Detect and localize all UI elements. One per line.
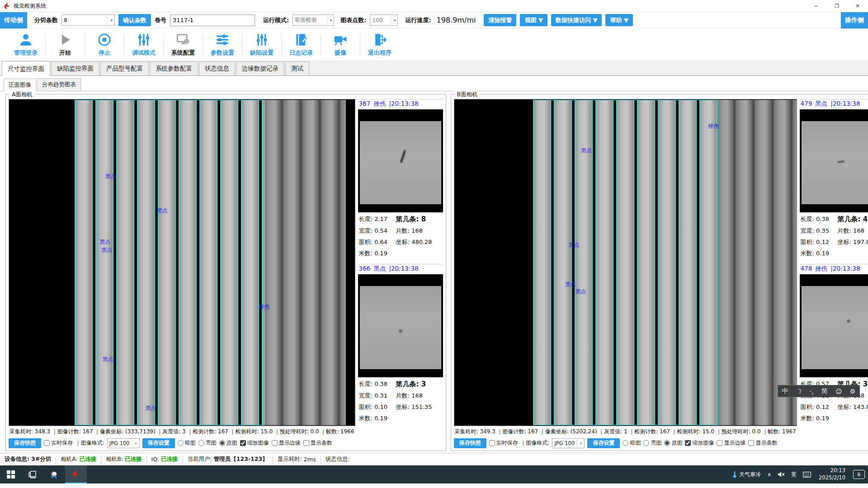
original-image-radio[interactable]: 原图 [219,439,237,447]
status-bar: 设备信息:3#分切 相机A:已连接 相机B:已连接 IO:已连接 当前用户:管理… [0,453,868,465]
dark-image-radio[interactable]: 暗图 [178,439,196,447]
sliders-v-icon [136,32,151,47]
camera-a-image[interactable]: 黑点黑点黑点黑点挫伤黑点黑点 [9,99,355,426]
save-snapshot-button[interactable]: 保存快照 [9,438,41,448]
subtab-1[interactable]: 分布趋势图表 [37,78,81,91]
defect-measurements: 长度: 0.57 第几条: 3 宽度: 0.21 片数: 168 面积: 0.1… [800,377,868,422]
weather-indicator[interactable]: 天气寒冷 [729,465,764,483]
save-settings-button[interactable]: 保存设置 [142,438,175,448]
defect-type: 黑点 [373,265,386,273]
defect-thumbnail [800,109,868,212]
close-button[interactable]: ✕ [847,0,868,12]
view-menu-button[interactable]: 视图 ▼ [520,14,547,26]
roll-number-input[interactable] [170,14,255,26]
action-center-button[interactable]: 6 [850,465,868,483]
io-status-label: IO: [151,456,160,463]
maximize-button[interactable]: ❐ [826,0,847,12]
data-quick-access-button[interactable]: 数据快捷访问 ▼ [551,14,602,26]
defect-overlay-label: 黑点 [568,241,579,249]
tray-expand-chevron[interactable]: ∧ [764,465,774,483]
tool-stop[interactable]: 停止 [85,32,124,57]
speed-label: 运行速度: [405,16,431,24]
subtab-0[interactable]: 正面图像 [4,79,36,91]
slit-count-dropdown[interactable]: 8 ▾ [61,14,115,26]
thermometer-icon [732,471,737,478]
defect-type: 挫伤 [815,265,827,273]
tool-monitor-gear[interactable]: 系统配置 [164,32,203,57]
user-icon [18,32,33,47]
tool-sliders-h[interactable]: 参数设置 [203,32,242,57]
realtime-save-checkbox[interactable]: 实时保存 [44,439,73,447]
input-language-indicator[interactable]: 英 [788,465,800,483]
tab-5[interactable]: 边缘数据记录 [236,61,284,75]
run-mode-dropdown[interactable]: 双面检测 ▾ [292,14,334,26]
tab-6[interactable]: 测试 [285,61,309,75]
defect-id: 478 [801,265,812,273]
tool-sliders-v2[interactable]: 缺陷设置 [242,32,281,57]
tool-play[interactable]: 开始 [46,32,85,57]
snipping-tool-icon[interactable] [43,465,65,483]
tool-sliders-v[interactable]: 调试模式 [124,32,163,57]
title-bar: 视觉检测系统 ─ ❐ ✕ [0,0,868,12]
image-format-dropdown[interactable]: JPG 100∨ [552,438,585,448]
volume-muted-icon[interactable] [774,465,788,483]
ime-item[interactable]: ·, [810,388,814,395]
tool-video-camera[interactable]: 摄像 [321,32,360,57]
state-info-label: 状态信息: [326,455,350,463]
original-image-radio[interactable]: 原图 [664,439,682,447]
touch-keyboard-icon[interactable] [800,465,814,483]
ime-item[interactable]: ☺ [835,388,842,395]
operator-side-button[interactable]: 操作侧 [841,12,868,28]
defect-card[interactable]: 478 挫伤 |20:13:38 长度: 0.57 第几条: 3 宽度: 0.2… [800,264,868,422]
tool-exit-door[interactable]: 退出程序 [360,32,399,57]
device-info-value: 3#分切 [31,455,51,463]
bright-image-radio[interactable]: 亮图 [198,439,217,447]
minimize-button[interactable]: ─ [806,0,826,12]
show-strips-checkbox[interactable]: 显示条数 [748,439,777,447]
run-mode-value: 双面检测 [295,16,316,24]
tab-4[interactable]: 状态信息 [199,61,235,75]
chart-points-dropdown[interactable]: 100 ▾ [370,14,398,26]
bright-image-radio[interactable]: 亮图 [643,439,661,447]
clear-alarm-button[interactable]: 清除报警 [484,14,516,26]
save-settings-button[interactable]: 保存设置 [587,438,620,448]
dark-image-radio[interactable]: 暗图 [623,439,641,447]
ime-item[interactable]: 中 [782,387,788,395]
tab-3[interactable]: 系统参数配置 [150,61,198,75]
tool-user[interactable]: 管理登录 [6,32,45,57]
ime-item[interactable]: 简 [821,387,828,395]
camera-b-image[interactable]: 挫伤黑点黑点黑点黑点 [454,99,797,426]
tab-0[interactable]: 尺寸监控界面 [2,61,50,76]
camera-a-stats: 采集耗时: 348.3 ｜图像计数: 167 ｜像素坐标: (333,7139)… [9,426,355,436]
help-menu-button[interactable]: 帮助 ▼ [605,14,633,26]
show-edge-checkbox[interactable]: 显示边缘 [272,439,301,447]
clock[interactable]: 20:13 2025/2/10 [814,467,850,481]
defect-card[interactable]: 366 黑点 |20:13:38 长度: 0.38 第几条: 3 宽度: 0.3… [358,264,443,422]
task-view-button[interactable] [22,465,43,483]
zoom-image-checkbox[interactable]: 缩放图像 [240,439,269,447]
start-button[interactable] [0,465,22,483]
exit-door-icon [372,32,387,47]
panel-a-title: A面相机 [9,91,35,99]
show-edge-checkbox[interactable]: 显示边缘 [717,439,745,447]
ime-item[interactable]: ⚙ [850,388,856,395]
drive-side-button[interactable]: 传动侧 [0,12,27,28]
save-snapshot-button[interactable]: 保存快照 [454,438,486,448]
show-strips-checkbox[interactable]: 显示条数 [303,439,332,447]
defect-overlay-label: 黑点 [576,288,586,296]
ime-item[interactable]: ☽ [796,388,802,395]
confirm-count-button[interactable]: 确认条数 [118,14,151,26]
ime-language-bar[interactable]: 中☽·,简☺⚙ [778,385,860,397]
defect-card[interactable]: 367 挫伤 |20:13:38 长度: 2.17 第几条: 8 宽度: 0.5… [358,99,443,258]
app-taskbar-icon[interactable] [65,465,87,483]
image-format-dropdown[interactable]: JPG 100∨ [107,438,140,448]
zoom-image-checkbox[interactable]: 缩放图像 [685,439,714,447]
image-format-label: ｜图像格式: [75,439,104,447]
tab-2[interactable]: 产品型号配置 [100,61,149,75]
realtime-save-checkbox[interactable]: 实时保存 [489,439,518,447]
tool-log-book[interactable]: 日志记录 [282,32,321,57]
panel-b-title: B面相机 [455,91,480,99]
defect-card[interactable]: 479 黑点 |20:13:38 长度: 0.38 第几条: 4 宽度: 0.3… [800,99,868,258]
slit-count-label: 分切条数 [34,16,58,24]
tab-1[interactable]: 缺陷监控界面 [51,61,99,75]
